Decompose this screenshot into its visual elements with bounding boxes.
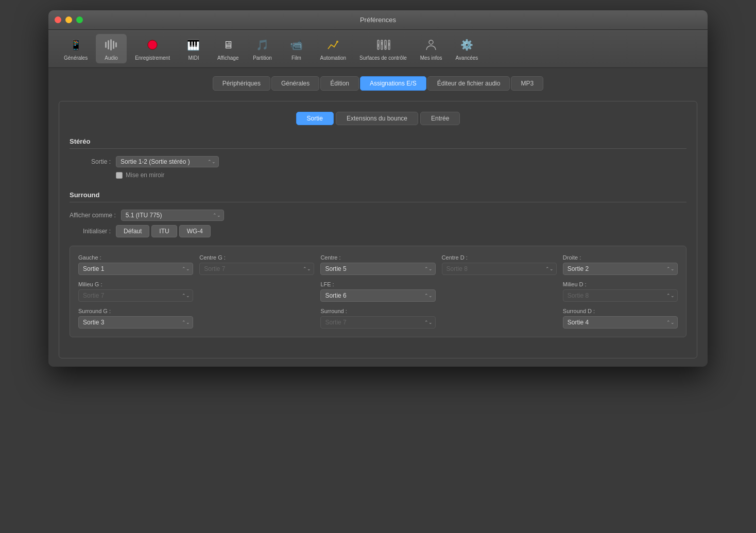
channel-empty-3	[199, 308, 314, 329]
milieu-d-select[interactable]: Sortie 8	[563, 289, 678, 302]
surround-d-label: Surround D :	[563, 308, 678, 314]
initialiser-row: Initialiser : Défaut ITU WG-4	[70, 225, 686, 237]
window-title: Préférences	[360, 16, 396, 24]
channel-empty-1	[199, 281, 314, 302]
surround-g-select[interactable]: Sortie 3	[78, 316, 193, 329]
afficher-comme-select[interactable]: 5.1 (ITU 775)	[121, 210, 224, 221]
surround-select[interactable]: Sortie 7	[320, 316, 435, 329]
film-icon: 📹	[288, 37, 304, 53]
toolbar-item-surfaces[interactable]: Surfaces de contrôle	[354, 34, 412, 63]
centre-d-select[interactable]: Sortie 8	[442, 263, 557, 275]
toolbar-item-film[interactable]: 📹 Film	[281, 34, 312, 63]
toolbar-label-audio: Audio	[105, 55, 118, 61]
enregistrement-icon	[144, 37, 161, 53]
mise-en-miroir-checkbox[interactable]	[116, 172, 123, 179]
centre-g-select[interactable]: Sortie 7	[199, 263, 314, 275]
surfaces-icon	[375, 37, 391, 53]
initialiser-label: Initialiser :	[70, 228, 111, 235]
afficher-comme-label: Afficher comme :	[70, 212, 116, 219]
inner-tab-sortie[interactable]: Sortie	[296, 112, 334, 125]
surround-d-select-wrapper: Sortie 4	[563, 316, 678, 329]
generales-icon: 📱	[67, 37, 84, 53]
lfe-label: LFE :	[320, 281, 435, 287]
milieu-g-select[interactable]: Sortie 7	[78, 289, 193, 302]
maximize-button[interactable]	[76, 16, 83, 23]
centre-g-label: Centre G :	[199, 254, 314, 261]
btn-itu[interactable]: ITU	[151, 225, 177, 237]
lfe-select-wrapper: Sortie 6	[320, 289, 435, 302]
inner-tab-extensions[interactable]: Extensions du bounce	[336, 112, 418, 125]
close-button[interactable]	[55, 16, 61, 23]
toolbar-label-film: Film	[291, 55, 301, 61]
channel-lfe: LFE : Sortie 6	[320, 281, 435, 302]
channel-row-3: Surround G : Sortie 3 Surround :	[78, 308, 678, 329]
gauche-select[interactable]: Sortie 1	[78, 263, 193, 275]
minimize-button[interactable]	[65, 16, 72, 23]
toolbar-label-automation: Automation	[320, 55, 346, 61]
toolbar: 📱 Générales Audio Enregistrement 🎹	[48, 30, 708, 68]
channel-row-1: Gauche : Sortie 1 Centre G :	[78, 254, 678, 275]
channel-droite: Droite : Sortie 2	[563, 254, 678, 275]
btn-defaut[interactable]: Défaut	[116, 225, 149, 237]
partition-icon: 🎵	[254, 37, 270, 53]
toolbar-item-affichage[interactable]: 🖥 Affichage	[212, 34, 244, 63]
svg-point-5	[148, 40, 157, 49]
subtab-generales[interactable]: Générales	[271, 76, 319, 91]
svg-rect-12	[385, 45, 386, 48]
subtab-bar: Périphériques Générales Édition Assignat…	[59, 76, 697, 91]
channel-surround: Surround : Sortie 7	[320, 308, 435, 329]
channel-row-2: Milieu G : Sortie 7 LFE :	[78, 281, 678, 302]
svg-rect-1	[108, 40, 109, 49]
btn-wg4[interactable]: WG-4	[179, 225, 211, 237]
afficher-comme-row: Afficher comme : 5.1 (ITU 775)	[70, 210, 686, 221]
toolbar-label-generales: Générales	[64, 55, 88, 61]
subtab-peripheriques[interactable]: Périphériques	[213, 76, 270, 91]
inner-tab-entree[interactable]: Entrée	[420, 112, 460, 125]
centre-select[interactable]: Sortie 5	[320, 263, 435, 275]
svg-rect-0	[105, 42, 107, 48]
svg-rect-10	[382, 42, 382, 45]
subtab-mp3[interactable]: MP3	[511, 76, 543, 91]
toolbar-label-mesinfos: Mes infos	[420, 55, 442, 61]
svg-point-15	[429, 40, 433, 44]
toolbar-item-midi[interactable]: 🎹 MIDI	[178, 34, 209, 63]
toolbar-label-affichage: Affichage	[217, 55, 239, 61]
milieu-g-select-wrapper: Sortie 7	[78, 289, 193, 302]
surround-d-select[interactable]: Sortie 4	[563, 316, 678, 329]
lfe-select[interactable]: Sortie 6	[320, 289, 435, 302]
channel-milieu-g: Milieu G : Sortie 7	[78, 281, 193, 302]
toolbar-item-avancees[interactable]: ⚙️ Avancées	[451, 34, 484, 63]
surround-section: Surround Afficher comme : 5.1 (ITU 775) …	[70, 191, 686, 337]
toolbar-item-partition[interactable]: 🎵 Partition	[247, 34, 278, 63]
automation-icon	[325, 37, 341, 53]
toolbar-label-surfaces: Surfaces de contrôle	[359, 55, 407, 61]
subtab-editeur[interactable]: Éditeur de fichier audio	[427, 76, 510, 91]
subtab-edition[interactable]: Édition	[320, 76, 359, 91]
centre-label: Centre :	[320, 254, 435, 261]
toolbar-item-automation[interactable]: Automation	[315, 34, 351, 63]
droite-label: Droite :	[563, 254, 678, 261]
channel-gauche: Gauche : Sortie 1	[78, 254, 193, 275]
droite-select[interactable]: Sortie 2	[563, 263, 678, 275]
svg-rect-3	[113, 41, 114, 49]
toolbar-item-audio[interactable]: Audio	[96, 34, 127, 63]
toolbar-item-mesinfos[interactable]: Mes infos	[415, 34, 448, 63]
sortie-select[interactable]: Sortie 1-2 (Sortie stéréo )	[116, 156, 219, 167]
channel-centre-g: Centre G : Sortie 7	[199, 254, 314, 275]
surround-g-select-wrapper: Sortie 3	[78, 316, 193, 329]
subtab-assignations[interactable]: Assignations E/S	[360, 76, 426, 91]
svg-rect-8	[378, 44, 379, 47]
channel-empty-4	[442, 308, 557, 329]
toolbar-label-avancees: Avancées	[456, 55, 478, 61]
channel-surround-d: Surround D : Sortie 4	[563, 308, 678, 329]
centre-d-select-wrapper: Sortie 8	[442, 263, 557, 275]
channel-grid: Gauche : Sortie 1 Centre G :	[70, 246, 686, 337]
main-panel: Sortie Extensions du bounce Entrée Stéré…	[59, 101, 697, 358]
toolbar-item-generales[interactable]: 📱 Générales	[59, 34, 93, 63]
toolbar-item-enregistrement[interactable]: Enregistrement	[130, 34, 175, 63]
sortie-select-wrapper: Sortie 1-2 (Sortie stéréo )	[116, 156, 219, 167]
channel-milieu-d: Milieu D : Sortie 8	[563, 281, 678, 302]
channel-surround-g: Surround G : Sortie 3	[78, 308, 193, 329]
surround-g-label: Surround G :	[78, 308, 193, 314]
droite-select-wrapper: Sortie 2	[563, 263, 678, 275]
